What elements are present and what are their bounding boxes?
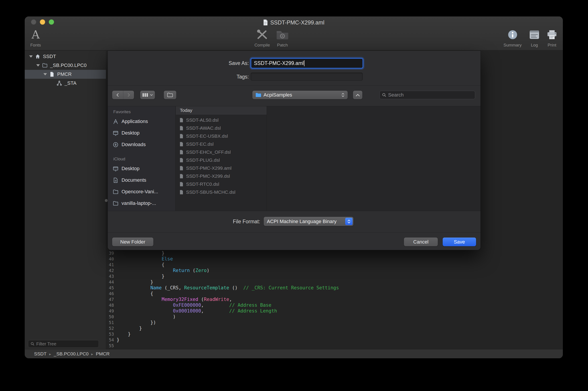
cancel-button[interactable]: Cancel — [404, 238, 438, 246]
file-format-popup[interactable]: ACPI Machine Language Binary — [264, 217, 353, 226]
file-list: Today SSDT-ALS0.dslSSDT-AWAC.dslSSDT-EC-… — [176, 106, 480, 211]
file-row[interactable]: SSDT-EHCx_OFF.dsl — [176, 148, 267, 156]
compile-icon — [256, 28, 269, 42]
compile-button[interactable]: Compile — [254, 28, 270, 48]
filter-tree-input[interactable] — [36, 341, 96, 347]
file-row[interactable]: SSDT-PLUG.dsl — [176, 156, 267, 164]
code-line[interactable]: 43 } — [106, 273, 563, 279]
file-row[interactable]: SSDT-AWAC.dsl — [176, 124, 267, 132]
tree-item-pmcr[interactable]: PMCR — [25, 70, 106, 79]
patch-button[interactable]: Patch — [276, 28, 289, 48]
file-row[interactable]: SSDT-PMC-X299.dsl — [176, 172, 267, 180]
line-number: 46 — [106, 291, 114, 296]
file-row[interactable]: SSDT-ALS0.dsl — [176, 116, 267, 124]
file-row[interactable]: SSDT-SBUS-MCHC.dsl — [176, 188, 267, 196]
file-row[interactable]: SSDT-EC-USBX.dsl — [176, 132, 267, 140]
disclosure-triangle[interactable] — [43, 73, 47, 75]
log-label: Log — [531, 43, 538, 48]
code-line[interactable]: 45 Name (_CRS, ResourceTemplate () // _C… — [106, 285, 563, 291]
line-number: 54 — [106, 337, 114, 343]
code-line[interactable]: 46 { — [106, 291, 563, 296]
file-name: SSDT-PLUG.dsl — [186, 157, 220, 163]
file-row[interactable]: SSDT-PMC-X299.aml — [176, 164, 267, 172]
fonts-icon: A — [32, 28, 40, 42]
tree-item-label: SSDT — [43, 54, 56, 59]
sidebar-item-desktop[interactable]: Desktop — [108, 163, 175, 174]
fonts-button[interactable]: A Fonts — [30, 28, 41, 48]
save-dialog: Save As: SSDT-PMC-X299.aml Tags: — [108, 51, 480, 250]
breadcrumb-item: SSDT — [34, 351, 46, 356]
file-name: SSDT-PMC-X299.dsl — [186, 174, 230, 179]
sidebar-item-documents[interactable]: Documents — [108, 174, 175, 186]
desktop-background: SSDT-PMC-X299.aml A Fonts Compile Patch — [0, 0, 588, 391]
sidebar-item-downloads[interactable]: Downloads — [108, 139, 175, 150]
tree-item-sta[interactable]: _STA — [25, 79, 106, 88]
view-mode-button[interactable] — [140, 91, 155, 99]
code-text: 0xFE000000, // Address Base — [117, 302, 271, 308]
new-folder-button[interactable]: New Folder — [112, 238, 153, 246]
history-buttons — [112, 91, 134, 99]
code-line[interactable]: 52 } — [106, 325, 563, 331]
tree-item-ssdt[interactable]: SSDT — [25, 52, 106, 61]
window-toolbar: SSDT-PMC-X299.aml A Fonts Compile Patch — [25, 16, 563, 50]
file-icon — [179, 174, 184, 179]
code-line[interactable]: 44 } — [106, 279, 563, 285]
code-line[interactable]: 54} — [106, 337, 563, 343]
disclosure-triangle[interactable] — [29, 55, 33, 58]
tags-input[interactable] — [251, 73, 363, 81]
info-icon — [508, 28, 517, 42]
divider — [108, 85, 480, 86]
sidebar-item-opencore-vani[interactable]: Opencore-Vani... — [108, 186, 175, 197]
tree-item-sb-pc00-lpc0[interactable]: _SB.PC00.LPC0 — [25, 61, 106, 70]
code-line[interactable]: 39 } — [106, 250, 563, 256]
sidebar-item-vanilla-laptop[interactable]: vanilla-laptop-... — [108, 197, 175, 209]
blue-folder-icon — [255, 93, 261, 97]
code-line[interactable]: 47 Memory32Fixed (ReadWrite, — [106, 296, 563, 302]
summary-button[interactable]: Summary — [503, 28, 521, 48]
disclosure-triangle[interactable] — [36, 64, 40, 67]
sidebar-item-label: Applications — [121, 118, 148, 124]
file-icon — [179, 125, 184, 131]
line-number: 41 — [106, 262, 114, 268]
file-icon — [179, 141, 184, 147]
filename-input[interactable]: SSDT-PMC-X299.aml — [251, 58, 363, 69]
search-field[interactable] — [379, 91, 475, 99]
columns-view-icon — [142, 93, 148, 97]
location-popup[interactable]: AcpiSamples — [252, 91, 348, 99]
code-line[interactable]: 42 Return (Zero) — [106, 268, 563, 273]
downloads-icon — [113, 142, 119, 148]
breadcrumb-separator: ▸ — [49, 352, 51, 356]
code-text: } — [117, 331, 131, 337]
code-line[interactable]: 48 0xFE000000, // Address Base — [106, 302, 563, 308]
file-row[interactable]: SSDT-RTC0.dsl — [176, 180, 267, 188]
save-button[interactable]: Save — [443, 238, 476, 246]
code-line[interactable]: 55 — [106, 343, 563, 349]
line-number: 47 — [106, 296, 114, 302]
folder-button[interactable] — [164, 91, 176, 99]
sidebar-item-desktop[interactable]: Desktop — [108, 127, 175, 139]
code-text: } — [117, 337, 119, 343]
code-line[interactable]: 49 0x00010000, // Address Length — [106, 308, 563, 314]
code-text: { — [117, 262, 164, 268]
sidebar-tree: SSDT_SB.PC00.LPC0PMCR_STA — [25, 52, 106, 88]
file-row[interactable]: SSDT-EC.dsl — [176, 140, 267, 148]
file-format-value: ACPI Machine Language Binary — [267, 219, 337, 224]
code-line[interactable]: 40 Else — [106, 256, 563, 262]
code-line[interactable]: 50 ) — [106, 314, 563, 320]
code-line[interactable]: 53 } — [106, 331, 563, 337]
folder-icon — [113, 189, 119, 195]
forward-button[interactable] — [123, 91, 134, 99]
code-text: }) — [117, 320, 156, 325]
code-line[interactable]: 51 }) — [106, 320, 563, 325]
code-lines: 39 }40 Else41 {42 Return (Zero)43 }44 }4… — [106, 250, 563, 349]
line-number: 43 — [106, 273, 114, 279]
filter-tree-field[interactable] — [28, 340, 99, 348]
splitter-handle[interactable] — [105, 199, 108, 202]
back-button[interactable] — [112, 91, 123, 99]
code-line[interactable]: 41 { — [106, 262, 563, 268]
log-button[interactable]: Log — [529, 28, 540, 48]
search-input[interactable] — [388, 92, 473, 98]
print-button[interactable]: Print — [547, 28, 557, 48]
up-button[interactable] — [353, 91, 362, 99]
sidebar-item-applications[interactable]: Applications — [108, 116, 175, 127]
